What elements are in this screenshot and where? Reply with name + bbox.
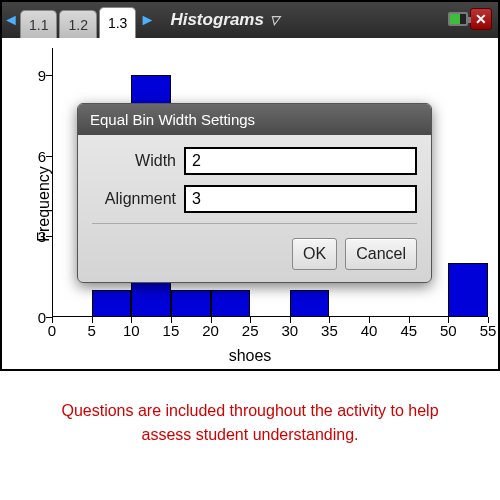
width-input[interactable] bbox=[184, 147, 417, 175]
alignment-label: Alignment bbox=[92, 190, 184, 208]
x-tick-label: 30 bbox=[281, 322, 298, 339]
x-tick-label: 50 bbox=[440, 322, 457, 339]
x-axis-label: shoes bbox=[229, 347, 272, 365]
alignment-input[interactable] bbox=[184, 185, 417, 213]
caption-text: Questions are included throughout the ac… bbox=[0, 371, 500, 475]
battery-icon bbox=[448, 12, 468, 26]
x-tick-label: 25 bbox=[242, 322, 259, 339]
x-tick-label: 20 bbox=[202, 322, 219, 339]
width-label: Width bbox=[92, 152, 184, 170]
histogram-bar[interactable] bbox=[290, 290, 330, 317]
x-tick-label: 45 bbox=[400, 322, 417, 339]
histogram-bar[interactable] bbox=[171, 290, 211, 317]
dialog-title: Equal Bin Width Settings bbox=[78, 104, 431, 135]
x-tick-label: 15 bbox=[163, 322, 180, 339]
histogram-bar[interactable] bbox=[448, 263, 488, 317]
x-tick-label: 10 bbox=[123, 322, 140, 339]
y-tick-label: 9 bbox=[26, 66, 46, 83]
dropdown-icon: ▽ bbox=[270, 13, 279, 27]
tabs: 1.1 1.2 1.3 bbox=[20, 2, 138, 38]
x-tick-label: 40 bbox=[361, 322, 378, 339]
x-tick-label: 55 bbox=[480, 322, 497, 339]
x-tick-label: 5 bbox=[87, 322, 95, 339]
x-tick-label: 0 bbox=[48, 322, 56, 339]
y-tick-label: 0 bbox=[26, 309, 46, 326]
titlebar: ◄ 1.1 1.2 1.3 ► Histograms ▽ ✕ bbox=[2, 2, 498, 38]
tab-1-1[interactable]: 1.1 bbox=[20, 10, 57, 38]
y-tick-label: 3 bbox=[26, 228, 46, 245]
x-tick-label: 35 bbox=[321, 322, 338, 339]
y-tick-label: 6 bbox=[26, 147, 46, 164]
histogram-bar[interactable] bbox=[211, 290, 251, 317]
plot-area: Frequency shoes 036905101520253035404550… bbox=[2, 38, 498, 369]
tab-1-3[interactable]: 1.3 bbox=[99, 7, 136, 38]
doc-title-text: Histograms bbox=[170, 10, 264, 30]
doc-title[interactable]: Histograms ▽ bbox=[170, 10, 279, 30]
calculator-screen: ◄ 1.1 1.2 1.3 ► Histograms ▽ ✕ Frequency… bbox=[0, 0, 500, 371]
ok-button[interactable]: OK bbox=[292, 238, 337, 270]
cancel-button[interactable]: Cancel bbox=[345, 238, 417, 270]
close-button[interactable]: ✕ bbox=[470, 8, 492, 30]
histogram-bar[interactable] bbox=[92, 290, 132, 317]
bin-width-dialog: Equal Bin Width Settings Width Alignment… bbox=[77, 103, 432, 283]
tab-1-2[interactable]: 1.2 bbox=[59, 10, 96, 38]
prev-page-arrow[interactable]: ◄ bbox=[2, 11, 20, 29]
next-page-arrow[interactable]: ► bbox=[138, 11, 156, 29]
